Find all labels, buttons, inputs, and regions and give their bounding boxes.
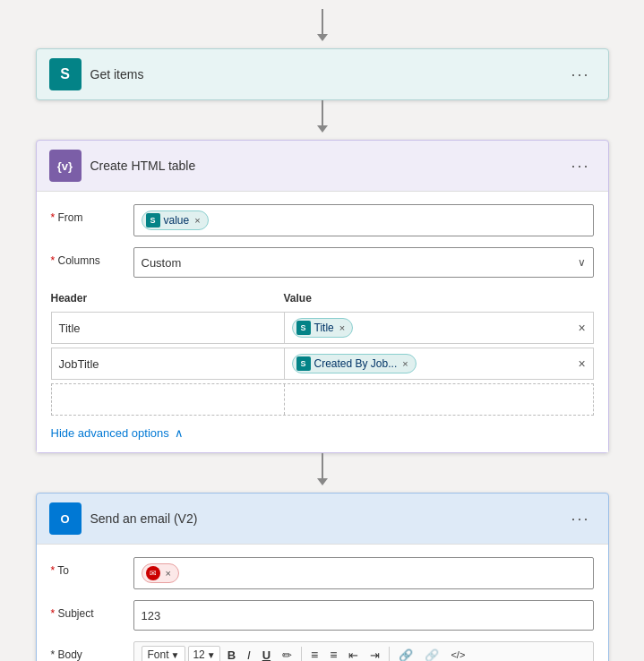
row2-header-cell[interactable]: JobTitle [52,348,285,379]
font-chevron-icon: ▼ [171,650,180,660]
table-add-row[interactable] [51,383,594,416]
chevron-up-icon: ∧ [175,426,184,440]
underline-button[interactable]: U [258,647,275,662]
to-token-icon: ✉ [146,566,160,580]
columns-field-row: * Columns Custom ∨ [51,247,594,278]
toolbar-separator [301,647,302,661]
get-items-menu[interactable]: ··· [565,64,595,86]
font-selector[interactable]: Font ▼ [142,646,186,661]
subject-label: * Subject [51,600,123,620]
columns-value: Custom [142,256,182,270]
header-col-label: Header [51,288,284,308]
outlook-icon: O [49,502,82,535]
value-token-close[interactable]: × [194,215,200,226]
variable-icon: {v} [49,150,82,182]
html-table-card: {v} Create HTML table ··· * * FromFrom S… [36,140,609,453]
table-row: Title S Title × × [51,312,594,344]
subject-value: 123 [142,609,161,622]
unlink-button[interactable]: 🔗 [420,647,443,662]
value-token-text: value [164,214,190,227]
send-email-title: Send an email (V2) [90,511,557,526]
jobtitle-token-icon: S [296,356,311,371]
row2-delete-button[interactable]: × [571,348,593,379]
size-chevron-icon: ▼ [207,650,216,660]
html-table-menu[interactable]: ··· [565,155,595,177]
outdent-button[interactable]: ⇤ [344,647,363,662]
table-header-row: Header Value [51,288,594,308]
sharepoint-icon: S [49,58,82,90]
font-size-label: 12 [193,648,204,661]
row2-value-cell[interactable]: S Created By Job... × [285,348,571,379]
get-items-card: S Get items ··· [36,48,609,100]
font-label: Font [148,648,169,661]
get-items-title: Get items [90,67,557,82]
bold-button[interactable]: B [223,647,240,662]
send-email-card: O Send an email (V2) ··· * To ✉ × * Subj… [36,493,609,661]
chevron-down-icon: ∨ [578,256,586,269]
html-table-title: Create HTML table [90,159,557,173]
columns-label: * Columns [51,247,123,267]
subject-field-row: * Subject 123 [51,600,594,631]
row1-value-cell[interactable]: S Title × [285,313,571,343]
send-email-menu[interactable]: ··· [565,508,595,530]
jobtitle-token[interactable]: S Created By Job... × [292,354,416,373]
from-field-row: * * FromFrom S value × [51,204,594,236]
body-toolbar: Font ▼ 12 ▼ B I U ✏ ≡ ≡ ⇤ ⇥ [133,641,594,661]
toolbar-separator2 [389,647,390,661]
body-field-row: * Body Font ▼ 12 ▼ B I U ✏ ≡ [51,641,594,661]
to-input[interactable]: ✉ × [133,557,594,589]
from-input[interactable]: S value × [133,204,594,236]
columns-select[interactable]: Custom ∨ [133,247,594,278]
title-token-close[interactable]: × [339,322,345,333]
to-field-row: * To ✉ × [51,557,594,589]
jobtitle-token-close[interactable]: × [402,358,408,369]
value-token-icon: S [146,213,160,227]
to-token[interactable]: ✉ × [142,563,179,583]
code-button[interactable]: </> [446,648,469,661]
jobtitle-token-text: Created By Job... [314,357,398,370]
to-token-close[interactable]: × [166,568,171,579]
font-size-selector[interactable]: 12 ▼ [188,646,219,661]
pen-button[interactable]: ✏ [278,647,296,662]
hide-advanced-button[interactable]: Hide advanced options ∧ [51,419,594,440]
row1-header-cell[interactable]: Title [52,313,285,343]
unordered-list-button[interactable]: ≡ [306,646,322,661]
title-token-icon: S [296,321,311,335]
hide-advanced-label: Hide advanced options [51,426,169,440]
ordered-list-button[interactable]: ≡ [325,646,341,661]
link-button[interactable]: 🔗 [394,647,417,662]
value-col-label: Value [284,288,594,308]
row1-delete-button[interactable]: × [571,313,593,343]
subject-input[interactable]: 123 [133,600,594,631]
table-row: JobTitle S Created By Job... × × [51,348,594,380]
from-label: * * FromFrom [51,204,123,224]
indent-button[interactable]: ⇥ [365,647,384,662]
value-token[interactable]: S value × [142,210,209,230]
italic-button[interactable]: I [243,647,255,662]
body-label: * Body [51,641,123,661]
title-token-text: Title [314,322,334,334]
to-label: * To [51,557,123,577]
title-token[interactable]: S Title × [292,318,354,338]
body-editor-wrapper: Font ▼ 12 ▼ B I U ✏ ≡ ≡ ⇤ ⇥ [133,641,594,661]
